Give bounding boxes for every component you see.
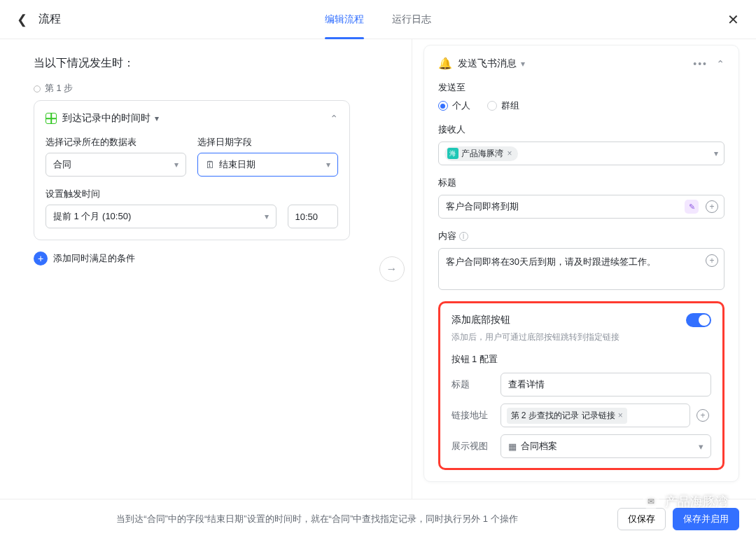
chevron-up-icon[interactable]: ⌄ bbox=[716, 58, 724, 69]
save-only-button[interactable]: 仅保存 bbox=[617, 508, 666, 530]
remove-chip-icon[interactable]: × bbox=[507, 149, 512, 158]
link-variable-chip: 第 2 步查找的记录 记录链接 × bbox=[507, 408, 627, 424]
footer: 当到达“合同”中的字段“结束日期”设置的时间时，就在“合同”中查找指定记录，同时… bbox=[0, 499, 756, 538]
add-condition-button[interactable]: + 添加同时满足的条件 bbox=[34, 251, 350, 265]
btn1-title-label: 标题 bbox=[451, 378, 493, 391]
title-value: 客户合同即将到期 bbox=[446, 200, 519, 213]
select-table-value: 合同 bbox=[53, 158, 71, 171]
trigger-card: 到达记录中的时间时 ▾ ⌄ 选择记录所在的数据表 合同 ▾ 选择日期字段 🗓 结… bbox=[34, 100, 350, 240]
avatar: 海 bbox=[447, 148, 458, 159]
btn1-view-select[interactable]: ▦ 合同档案 ▾ bbox=[500, 434, 712, 458]
radio-group-label: 群组 bbox=[501, 99, 519, 112]
add-bottom-btn-hint: 添加后，用户可通过底部按钮跳转到指定链接 bbox=[451, 331, 712, 343]
more-icon[interactable]: ••• bbox=[693, 58, 708, 69]
caret-down-icon: ▾ bbox=[714, 149, 718, 158]
trigger-card-header[interactable]: 到达记录中的时间时 ▾ ⌄ bbox=[46, 112, 338, 125]
step-1-label: 第 1 步 bbox=[34, 82, 350, 95]
footer-summary: 当到达“合同”中的字段“结束日期”设置的时间时，就在“合同”中查找指定记录，同时… bbox=[116, 513, 517, 525]
select-trigger-offset-value: 提前 1 个月 (10:50) bbox=[53, 210, 131, 223]
select-date-field[interactable]: 🗓 结束日期 ▾ bbox=[197, 153, 338, 177]
toggle-add-bottom-button[interactable] bbox=[686, 313, 711, 327]
recipient-chip: 海 产品海豚湾 × bbox=[444, 146, 518, 161]
main: 当以下情况发生时： 第 1 步 到达记录中的时间时 ▾ ⌄ 选择记录所在的数据表… bbox=[0, 39, 756, 499]
grid-icon: ▦ bbox=[508, 441, 517, 452]
link-variable-bold: 第 2 步查找的记录 bbox=[511, 410, 579, 422]
arrow-right-icon: → bbox=[379, 256, 405, 282]
save-and-enable-button[interactable]: 保存并启用 bbox=[673, 508, 739, 530]
radio-person[interactable]: 个人 bbox=[438, 99, 470, 112]
info-icon[interactable]: i bbox=[459, 232, 468, 241]
caret-down-icon: ▾ bbox=[326, 160, 330, 170]
content-label: 内容 i bbox=[438, 230, 725, 242]
bell-icon: 🔔 bbox=[438, 57, 452, 70]
page-title: 流程 bbox=[38, 12, 61, 27]
divider-column: → bbox=[372, 39, 412, 499]
right-column: 🔔 发送飞书消息 ▾ ••• ⌄ 发送至 个人 群组 接收人 bbox=[412, 39, 757, 499]
add-variable-icon[interactable]: + bbox=[706, 254, 718, 267]
tab-edit-flow[interactable]: 编辑流程 bbox=[325, 0, 364, 39]
add-variable-icon[interactable]: + bbox=[696, 409, 709, 422]
content-textarea[interactable]: 客户合同即将在30天后到期，请及时跟进续签工作。 + bbox=[438, 248, 725, 290]
button1-config-label: 按钮 1 配置 bbox=[451, 353, 712, 366]
table-icon bbox=[46, 113, 57, 124]
bottom-button-section: 添加底部按钮 添加后，用户可通过底部按钮跳转到指定链接 按钮 1 配置 标题 链… bbox=[438, 301, 725, 470]
caret-down-icon[interactable]: ▾ bbox=[521, 59, 525, 69]
back-icon[interactable]: ❮ bbox=[17, 12, 27, 27]
add-bottom-btn-label: 添加底部按钮 bbox=[451, 314, 510, 326]
label-date-field: 选择日期字段 bbox=[197, 136, 338, 149]
link-variable-rest: 记录链接 bbox=[582, 410, 615, 422]
recipient-chip-label: 产品海豚湾 bbox=[461, 148, 503, 160]
label-trigger-time: 设置触发时间 bbox=[46, 188, 338, 200]
btn1-view-value: 合同档案 bbox=[521, 440, 557, 453]
caret-down-icon: ▾ bbox=[699, 441, 704, 452]
radio-icon bbox=[438, 101, 448, 111]
calendar-icon: 🗓 bbox=[205, 159, 215, 170]
title-label: 标题 bbox=[438, 177, 725, 189]
left-column: 当以下情况发生时： 第 1 步 到达记录中的时间时 ▾ ⌄ 选择记录所在的数据表… bbox=[0, 39, 372, 499]
label-select-table: 选择记录所在的数据表 bbox=[46, 136, 186, 149]
caret-down-icon: ▾ bbox=[265, 212, 269, 221]
action-card: 🔔 发送飞书消息 ▾ ••• ⌄ 发送至 个人 群组 接收人 bbox=[424, 45, 740, 482]
caret-down-icon: ▾ bbox=[174, 160, 178, 170]
radio-group[interactable]: 群组 bbox=[487, 99, 519, 112]
action-card-header: 🔔 发送飞书消息 ▾ ••• ⌄ bbox=[438, 57, 725, 70]
add-condition-label: 添加同时满足的条件 bbox=[53, 252, 135, 265]
radio-icon bbox=[487, 101, 497, 111]
header: ❮ 流程 编辑流程 运行日志 ✕ bbox=[0, 0, 756, 39]
remove-chip-icon[interactable]: × bbox=[618, 411, 623, 420]
recipient-label: 接收人 bbox=[438, 123, 725, 136]
tab-run-log[interactable]: 运行日志 bbox=[392, 0, 431, 39]
trigger-section-title: 当以下情况发生时： bbox=[34, 56, 350, 71]
tabs: 编辑流程 运行日志 bbox=[325, 0, 431, 39]
btn1-view-label: 展示视图 bbox=[451, 440, 493, 453]
btn1-link-label: 链接地址 bbox=[451, 409, 493, 422]
trigger-card-title: 到达记录中的时间时 bbox=[62, 112, 150, 125]
input-trigger-time[interactable] bbox=[288, 205, 338, 228]
send-to-label: 发送至 bbox=[438, 81, 725, 94]
add-variable-icon[interactable]: + bbox=[706, 200, 718, 213]
radio-person-label: 个人 bbox=[452, 99, 470, 112]
chevron-up-icon[interactable]: ⌄ bbox=[330, 113, 338, 124]
btn1-link-input[interactable]: 第 2 步查找的记录 记录链接 × + bbox=[500, 404, 691, 427]
select-trigger-offset[interactable]: 提前 1 个月 (10:50) ▾ bbox=[46, 205, 276, 228]
content-value: 客户合同即将在30天后到期，请及时跟进续签工作。 bbox=[446, 256, 656, 267]
close-icon[interactable]: ✕ bbox=[727, 11, 739, 28]
title-input[interactable]: 客户合同即将到期 ✎ + bbox=[438, 195, 725, 219]
select-table[interactable]: 合同 ▾ bbox=[46, 153, 186, 177]
btn1-title-input[interactable] bbox=[500, 373, 712, 396]
magic-icon[interactable]: ✎ bbox=[685, 200, 699, 214]
select-date-field-value: 结束日期 bbox=[219, 158, 255, 171]
caret-down-icon: ▾ bbox=[155, 113, 159, 123]
action-title: 发送飞书消息 bbox=[458, 57, 517, 70]
plus-icon: + bbox=[34, 251, 48, 265]
recipient-select[interactable]: 海 产品海豚湾 × ▾ bbox=[438, 142, 725, 165]
